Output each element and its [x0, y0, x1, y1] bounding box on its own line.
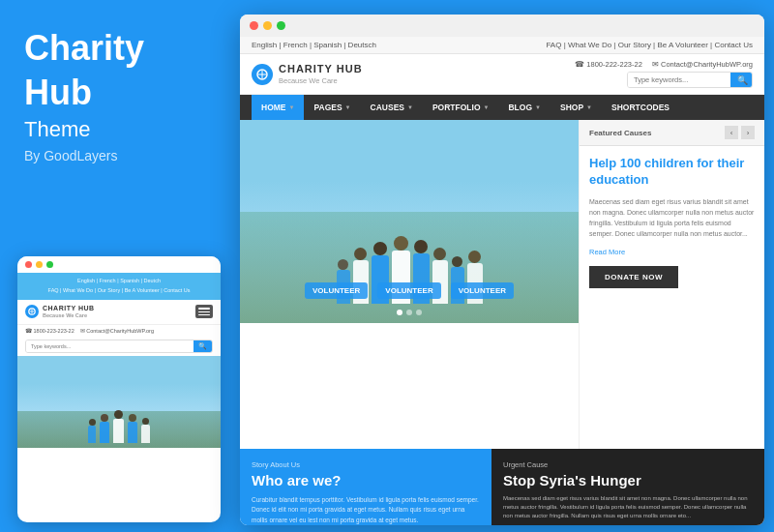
featured-causes-panel: Featured Causes ‹ › Help 100 children fo… — [579, 120, 764, 449]
browser-dot-red — [250, 21, 258, 30]
mobile-dot-red — [25, 261, 32, 268]
featured-cause-content: Help 100 children for their education Ma… — [580, 146, 764, 298]
nav-shop-arrow: ▼ — [586, 104, 592, 110]
urgent-label: Urgent Cause — [503, 460, 753, 469]
site-header: CHARITY HUB Because We Care ☎ 1800-222-2… — [240, 54, 764, 95]
featured-causes-nav[interactable]: ‹ › — [725, 126, 755, 139]
site-contact-info: ☎ 1800-222-223-22 ✉ Contact@CharityHubWP… — [575, 60, 753, 69]
nav-portfolio[interactable]: PORTFOLIO ▼ — [423, 95, 499, 120]
nav-home-label: HOME — [261, 103, 286, 112]
mobile-email: ✉ Contact@CharityHubWP.org — [80, 328, 154, 334]
nav-causes-label: CAUSES — [371, 103, 404, 112]
site-top-links-bar: English | French | Spanish | Deutsch FAQ… — [240, 37, 764, 54]
mobile-image-area — [17, 356, 221, 448]
slider-dots[interactable] — [397, 310, 422, 315]
volunteer-badge-3: VOLUNTEER — [451, 282, 514, 299]
mobile-logo-text: CHARITY HUB Because We Care — [43, 305, 95, 319]
brand-subtitle: Theme — [24, 117, 208, 142]
mobile-search-button[interactable]: 🔍 — [194, 340, 212, 352]
brand-title-line1: Charity — [24, 29, 208, 68]
browser-dot-green — [277, 21, 285, 30]
site-search-bar[interactable]: 🔍 — [627, 72, 753, 88]
site-lang-links: English | French | Spanish | Deutsch — [252, 41, 376, 49]
mobile-top-bar — [17, 256, 221, 273]
featured-causes-next[interactable]: › — [741, 126, 755, 139]
nav-causes-arrow: ▼ — [407, 104, 413, 110]
mobile-contact-row: ☎ 1800-223-223-22 ✉ Contact@CharityHubWP… — [17, 325, 221, 337]
slider-dot-1[interactable] — [397, 310, 402, 315]
slider-dot-3[interactable] — [416, 310, 422, 315]
urgent-title: Stop Syria's Hunger — [503, 472, 753, 489]
site-search-button[interactable]: 🔍 — [730, 73, 753, 87]
site-search-input[interactable] — [628, 73, 730, 87]
featured-causes-title-label: Featured Causes — [589, 129, 651, 137]
mobile-phone: ☎ 1800-223-223-22 — [25, 328, 74, 334]
site-header-right: ☎ 1800-222-223-22 ✉ Contact@CharityHubWP… — [575, 60, 753, 88]
mobile-search-input[interactable] — [26, 340, 194, 352]
nav-shop[interactable]: SHOP ▼ — [551, 95, 602, 120]
mobile-search-bar[interactable]: 🔍 — [25, 340, 213, 353]
urgent-text: Maecenas sed diam eget risus varius blan… — [503, 494, 753, 520]
urgent-section: Urgent Cause Stop Syria's Hunger Maecena… — [491, 449, 764, 525]
brand-title-line2: Hub — [24, 74, 208, 112]
main-mockup: English | French | Spanish | Deutsch FAQ… — [240, 15, 764, 525]
site-logo-area: CHARITY HUB Because We Care — [252, 63, 363, 84]
story-section: Story About Us Who are we? Curabitur bla… — [240, 449, 491, 525]
site-logo-main: CHARITY HUB — [279, 63, 363, 75]
nav-shortcodes-label: SHORTCODES — [611, 103, 670, 112]
nav-home[interactable]: HOME ▼ — [252, 95, 304, 120]
slider-dot-2[interactable] — [406, 310, 412, 315]
browser-top-bar — [240, 15, 764, 37]
mobile-dot-yellow — [36, 261, 43, 268]
featured-cause-read-more[interactable]: Read More — [589, 248, 755, 256]
featured-causes-prev[interactable]: ‹ — [725, 126, 738, 139]
featured-cause-donate-button[interactable]: DONATE NOW — [589, 266, 678, 288]
mobile-dot-green — [46, 261, 53, 268]
nav-portfolio-arrow: ▼ — [484, 104, 490, 110]
nav-pages-label: PAGES — [313, 103, 342, 112]
mobile-faq-links: FAQ | What We Do | Our Story | Be A Volu… — [25, 286, 213, 296]
brand-by: By GoodLayers — [24, 148, 208, 163]
volunteer-badge-2: VOLUNTEER — [377, 282, 440, 299]
site-logo-text: CHARITY HUB Because We Care — [279, 63, 363, 84]
mobile-lang-links: English | French | Spanish | Deutch — [25, 277, 213, 286]
nav-blog-arrow: ▼ — [535, 104, 541, 110]
nav-causes[interactable]: CAUSES ▼ — [361, 95, 423, 120]
brand-title: Charity Hub Theme By GoodLayers — [24, 29, 208, 163]
mobile-logo-area: CHARITY HUB Because We Care — [25, 305, 95, 319]
site-navigation: HOME ▼ PAGES ▼ CAUSES ▼ PORTFOLIO ▼ BLOG… — [240, 95, 764, 120]
nav-blog-label: BLOG — [508, 103, 532, 112]
hero-slider: VOLUNTEER VOLUNTEER VOLUNTEER — [240, 120, 579, 323]
main-content-area: VOLUNTEER VOLUNTEER VOLUNTEER Featured C… — [240, 120, 764, 449]
browser-dot-yellow — [263, 21, 272, 30]
nav-shortcodes[interactable]: SHORTCODES — [602, 95, 679, 120]
volunteer-badges: VOLUNTEER VOLUNTEER VOLUNTEER — [305, 282, 514, 299]
featured-causes-header: Featured Causes ‹ › — [580, 120, 764, 146]
nav-home-arrow: ▼ — [289, 104, 295, 110]
site-phone: ☎ 1800-222-223-22 — [575, 60, 642, 69]
featured-cause-title: Help 100 children for their education — [589, 156, 755, 189]
nav-portfolio-label: PORTFOLIO — [432, 103, 481, 112]
bottom-sections: Story About Us Who are we? Curabitur bla… — [240, 449, 764, 525]
mobile-mockup: English | French | Spanish | Deutch FAQ … — [17, 256, 221, 522]
nav-pages[interactable]: PAGES ▼ — [304, 95, 360, 120]
site-email: ✉ Contact@CharityHubWP.org — [652, 60, 753, 69]
left-panel: Charity Hub Theme By GoodLayers English … — [0, 0, 232, 532]
volunteer-badge-1: VOLUNTEER — [305, 282, 368, 299]
story-title: Who are we? — [252, 472, 480, 489]
mobile-hamburger-icon[interactable] — [195, 305, 213, 318]
mobile-top-links: English | French | Spanish | Deutch FAQ … — [17, 273, 221, 300]
story-label: Story About Us — [252, 460, 480, 469]
nav-shop-label: SHOP — [560, 103, 583, 112]
story-text: Curabitur blandit tempus porttitor. Vest… — [252, 495, 480, 525]
featured-cause-text: Maecenas sed diam eget risus varius blan… — [589, 196, 755, 240]
mobile-content: English | French | Spanish | Deutch FAQ … — [17, 273, 221, 448]
mobile-nav-bar: CHARITY HUB Because We Care — [17, 300, 221, 325]
nav-pages-arrow: ▼ — [345, 104, 351, 110]
site-faq-links: FAQ | What We Do | Our Story | Be A Volu… — [546, 41, 753, 49]
site-logo-icon — [252, 64, 273, 85]
mobile-logo-circle — [25, 305, 39, 318]
nav-blog[interactable]: BLOG ▼ — [498, 95, 551, 120]
site-logo-sub: Because We Care — [279, 76, 363, 85]
